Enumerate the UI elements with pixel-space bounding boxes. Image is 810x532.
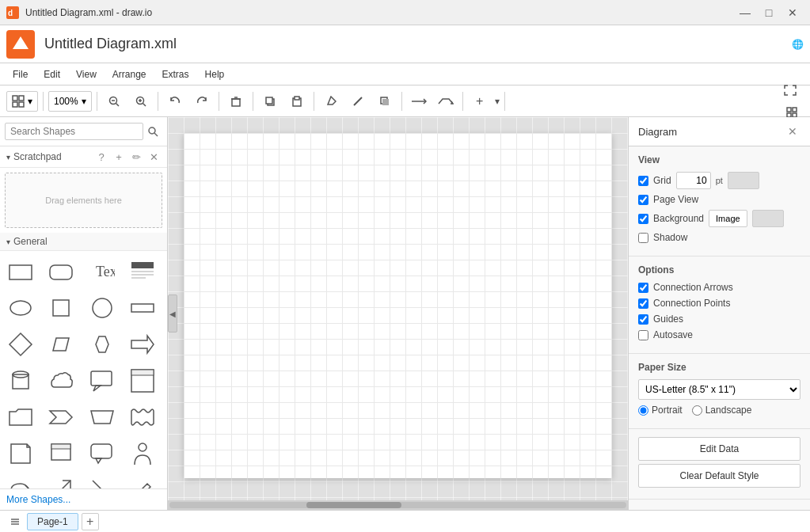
guides-checkbox[interactable] xyxy=(638,314,648,325)
paper-size-select[interactable]: US-Letter (8.5" x 11") A4 A3 xyxy=(638,379,800,400)
minimize-button[interactable]: — xyxy=(734,4,756,21)
shape-ellipse[interactable] xyxy=(3,291,38,325)
shadow-checkbox-wrap: Shadow xyxy=(638,232,687,243)
globe-icon[interactable]: 🌐 xyxy=(792,39,804,50)
connection-arrows-label: Connection Arrows xyxy=(653,282,733,293)
connection-points-checkbox[interactable] xyxy=(638,298,648,309)
shape-chevron[interactable] xyxy=(44,400,78,435)
shape-person[interactable] xyxy=(125,436,160,471)
scratchpad-edit-button[interactable]: ✏ xyxy=(129,150,143,164)
scratchpad-add-button[interactable]: + xyxy=(112,150,126,164)
menu-edit[interactable]: Edit xyxy=(37,66,67,82)
shape-rectangle[interactable] xyxy=(3,254,38,289)
connection-style-button[interactable] xyxy=(407,90,431,112)
shape-cylinder[interactable] xyxy=(3,363,38,398)
portrait-label[interactable]: Portrait xyxy=(638,405,683,416)
zoom-out-button[interactable] xyxy=(102,90,126,112)
shape-callout[interactable] xyxy=(85,363,120,398)
page-tab-1[interactable]: Page-1 xyxy=(27,513,78,530)
paste-button[interactable] xyxy=(285,90,309,112)
add-page-button[interactable]: + xyxy=(82,513,99,530)
panel-close-button[interactable]: ✕ xyxy=(785,124,800,139)
menu-file[interactable]: File xyxy=(6,66,34,82)
grid-checkbox[interactable] xyxy=(638,176,648,186)
shadow-checkbox[interactable] xyxy=(638,233,648,243)
close-button[interactable]: ✕ xyxy=(781,4,804,21)
shape-note[interactable] xyxy=(3,436,38,471)
delete-button[interactable] xyxy=(224,90,248,112)
page-menu-button[interactable] xyxy=(6,513,24,530)
svg-line-30 xyxy=(154,133,158,136)
shape-circle[interactable] xyxy=(85,291,120,325)
autosave-checkbox[interactable] xyxy=(638,330,648,340)
background-row: Background Image xyxy=(638,210,800,227)
shape-diagonal-arrow[interactable] xyxy=(85,473,120,488)
scrollbar-thumb[interactable] xyxy=(306,502,401,508)
insert-button[interactable]: + xyxy=(468,90,492,112)
shape-trapezoid[interactable] xyxy=(85,400,120,435)
menu-extras[interactable]: Extras xyxy=(156,66,196,82)
section-collapse-icon: ▾ xyxy=(6,238,10,246)
shape-square[interactable] xyxy=(44,291,78,325)
connection-arrows-checkbox[interactable] xyxy=(638,283,648,293)
shape-hexagon[interactable] xyxy=(85,327,120,362)
shape-arrow-up-right[interactable] xyxy=(44,473,78,488)
menu-help[interactable]: Help xyxy=(199,66,231,82)
page-area[interactable] xyxy=(184,133,612,478)
scratchpad-close-button[interactable]: ✕ xyxy=(146,150,161,164)
horizontal-scrollbar[interactable] xyxy=(168,500,628,510)
portrait-radio[interactable] xyxy=(638,405,648,416)
canvas-area[interactable]: ◀ xyxy=(168,117,628,510)
shape-rounded-rect[interactable] xyxy=(44,254,78,289)
search-button[interactable] xyxy=(143,122,162,141)
background-checkbox[interactable] xyxy=(638,214,648,224)
more-shapes-link[interactable]: More Shapes... xyxy=(0,488,167,510)
redo-button[interactable] xyxy=(190,90,214,112)
shape-speech-bubble[interactable] xyxy=(85,436,120,471)
background-image-button[interactable]: Image xyxy=(709,210,747,227)
grid-size-input[interactable] xyxy=(676,172,711,189)
fill-icon xyxy=(325,96,337,107)
line-color-button[interactable] xyxy=(346,90,370,112)
menu-arrange[interactable]: Arrange xyxy=(106,66,153,82)
page-view-checkbox[interactable] xyxy=(638,195,648,205)
clear-default-style-button[interactable]: Clear Default Style xyxy=(638,464,800,488)
svg-marker-49 xyxy=(93,386,101,391)
menu-view[interactable]: View xyxy=(70,66,103,82)
grid-color-swatch[interactable] xyxy=(728,172,759,189)
edit-data-button[interactable]: Edit Data xyxy=(638,437,800,461)
shape-folder[interactable] xyxy=(3,400,38,435)
zoom-in-button[interactable] xyxy=(129,90,153,112)
shape-horizontal-rect[interactable] xyxy=(125,291,160,325)
shape-arrow-right[interactable] xyxy=(125,327,160,362)
shape-wave[interactable] xyxy=(125,400,160,435)
shape-text[interactable]: Text xyxy=(85,254,120,289)
background-color-swatch[interactable] xyxy=(752,210,784,227)
sidebar-collapse-handle[interactable]: ◀ xyxy=(168,294,177,332)
landscape-label[interactable]: Landscape xyxy=(692,405,752,416)
fullscreen-button[interactable] xyxy=(780,79,800,101)
search-input[interactable] xyxy=(5,123,143,140)
shape-heading[interactable] xyxy=(125,254,160,289)
shape-loop-arrow[interactable] xyxy=(3,473,38,488)
shape-diamond[interactable] xyxy=(3,327,38,362)
delete-icon xyxy=(230,96,241,107)
shape-pencil[interactable] xyxy=(125,473,160,488)
landscape-radio[interactable] xyxy=(692,405,702,416)
svg-rect-26 xyxy=(793,108,797,112)
view-dropdown[interactable]: ▾ xyxy=(6,91,38,112)
fill-color-button[interactable] xyxy=(319,90,343,112)
general-section-header[interactable]: ▾ General xyxy=(0,233,167,251)
waypoint-button[interactable] xyxy=(434,90,458,112)
shape-cloud[interactable] xyxy=(44,363,78,398)
copy-button[interactable] xyxy=(258,90,282,112)
undo-button[interactable] xyxy=(163,90,187,112)
shadow-button[interactable] xyxy=(373,90,397,112)
scratchpad-help-button[interactable]: ? xyxy=(94,150,108,164)
shape-parallelogram[interactable] xyxy=(44,327,78,362)
maximize-button[interactable]: □ xyxy=(758,4,780,21)
paper-size-row: US-Letter (8.5" x 11") A4 A3 xyxy=(638,379,800,400)
zoom-dropdown[interactable]: 100% ▾ xyxy=(48,91,92,112)
shape-frame[interactable] xyxy=(125,363,160,398)
shape-document[interactable] xyxy=(44,436,78,471)
